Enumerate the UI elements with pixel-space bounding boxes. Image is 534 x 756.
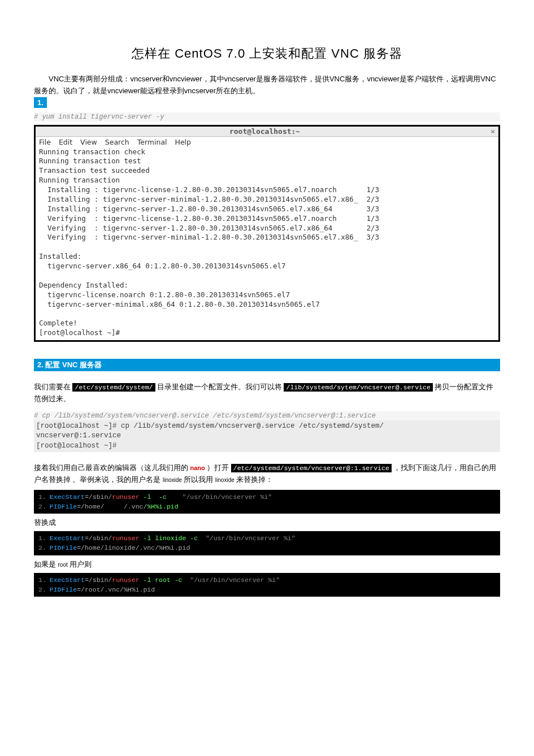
edit-desc-mid3: 所以我用	[184, 476, 215, 484]
path-lib-systemd: /lib/systemd/sytem/vncserver@.service	[284, 383, 432, 392]
edit-description: 接着我们用自己最喜欢的编辑器（这儿我们用的 nano ）打开 /etc/syst…	[34, 462, 500, 486]
edit-desc-post: 来替换掉：	[236, 476, 273, 484]
code-block-replaced: 1.ExecStart=/sbin/runuser -l linoxide -c…	[34, 531, 500, 555]
path-home: /home/	[81, 544, 104, 551]
path-sbin: /sbin/	[89, 535, 112, 542]
flags: -l root -c	[140, 576, 183, 584]
terminal-window: root@localhost:~ × File Edit View Search…	[34, 125, 500, 342]
terminal-titlebar: root@localhost:~ ×	[36, 127, 498, 137]
user-linoxide-2: linoxide	[215, 477, 235, 483]
copy-desc-mid: 目录里创建一个配置文件。我们可以将	[157, 383, 282, 391]
cmd-runuser: runuser	[112, 576, 139, 584]
copy-description: 我们需要在 /etc/systemd/system/ 目录里创建一个配置文件。我…	[34, 381, 500, 406]
kw-pidfile: PIDFile	[50, 586, 77, 593]
path-vnc: /.vnc/	[104, 503, 147, 510]
kw-execstart: ExecStart	[50, 493, 85, 501]
eq: =	[77, 503, 81, 510]
intro-text: VNC主要有两部分组成：vncserver和vncviewer，其中vncser…	[34, 73, 500, 97]
root-pre: 如果是	[34, 561, 58, 568]
flags: -l -c	[140, 493, 167, 501]
path-vnc: linoxide/.vnc/%H%i.pid	[104, 544, 190, 551]
path-etc-systemd: /etc/systemd/system/	[72, 383, 155, 392]
kw-execstart: ExecStart	[50, 576, 85, 584]
page-title: 怎样在 CentOS 7.0 上安装和配置 VNC 服务器	[34, 45, 500, 62]
menu-help[interactable]: Help	[175, 138, 192, 146]
line-num: 1.	[38, 535, 46, 542]
edit-desc-pre: 接着我们用自己最喜欢的编辑器（这儿我们用的	[34, 464, 188, 472]
eq: =	[85, 493, 89, 501]
path-vnc: .vnc/%H%i.pid	[104, 586, 155, 593]
string-arg: "/usr/bin/vncserver %i"	[198, 535, 296, 542]
replace-label: 替换成	[34, 518, 500, 528]
line-num: 2.	[38, 544, 46, 551]
edit-desc-mid1: ）打开	[207, 464, 229, 472]
eq: =	[77, 586, 81, 593]
path-sbin: /sbin/	[89, 576, 112, 584]
user-linoxide-1: linoxide	[163, 477, 182, 483]
path-vncserver-service: /etc/systemd/system/vncserver@:1.service	[231, 464, 392, 472]
terminal-body: Running transaction check Running transa…	[36, 147, 498, 341]
root-word: root	[58, 562, 67, 568]
cp-comment: # cp /lib/systemd/system/vncserver@.serv…	[34, 411, 500, 420]
path-home: /home/	[81, 503, 104, 510]
code-block-original: 1.ExecStart=/sbin/runuser -l -c "/usr/bi…	[34, 490, 500, 514]
line-num: 1.	[38, 576, 46, 584]
cmd-runuser: runuser	[112, 535, 139, 542]
string-arg: "/usr/bin/vncserver %i"	[167, 493, 272, 501]
menu-view[interactable]: View	[80, 138, 97, 146]
close-icon[interactable]: ×	[490, 127, 495, 136]
line-num: 1.	[38, 493, 46, 501]
flags: -l linoxide -c	[140, 535, 198, 542]
terminal-menubar: File Edit View Search Terminal Help	[36, 137, 498, 147]
section-1-header: 1.	[34, 97, 47, 108]
line-num: 2.	[38, 586, 46, 593]
path-root: /root/	[81, 586, 104, 593]
copy-desc-pre: 我们需要在	[34, 383, 71, 391]
section-2-header: 2. 配置 VNC 服务器	[34, 359, 500, 371]
menu-search[interactable]: Search	[105, 138, 129, 146]
root-post: 用户则	[68, 561, 92, 568]
eq: =	[85, 576, 89, 584]
yum-install-comment: # yum install tigervnc-server -y	[34, 112, 500, 121]
kw-pidfile: PIDFile	[50, 544, 77, 551]
cmd-runuser: runuser	[112, 493, 139, 501]
kw-pidfile: PIDFile	[50, 503, 77, 510]
root-user-label: 如果是 root 用户则	[34, 560, 500, 570]
terminal-title: root@localhost:~	[39, 127, 490, 136]
code-block-root: 1.ExecStart=/sbin/runuser -l root -c "/u…	[34, 573, 500, 597]
cp-output: [root@localhost ~]# cp /lib/systemd/syst…	[34, 420, 500, 453]
nano-label: nano	[190, 464, 205, 471]
kw-execstart: ExecStart	[50, 535, 85, 542]
eq: =	[77, 544, 81, 551]
pidfile-name: %H%i.pid	[147, 503, 178, 510]
menu-file[interactable]: File	[39, 138, 51, 146]
string-arg: "/usr/bin/vncserver %i"	[183, 576, 280, 584]
menu-edit[interactable]: Edit	[59, 138, 72, 146]
line-num: 2.	[38, 503, 46, 510]
path-sbin: /sbin/	[89, 493, 112, 501]
menu-terminal[interactable]: Terminal	[137, 138, 167, 146]
eq: =	[85, 535, 89, 542]
